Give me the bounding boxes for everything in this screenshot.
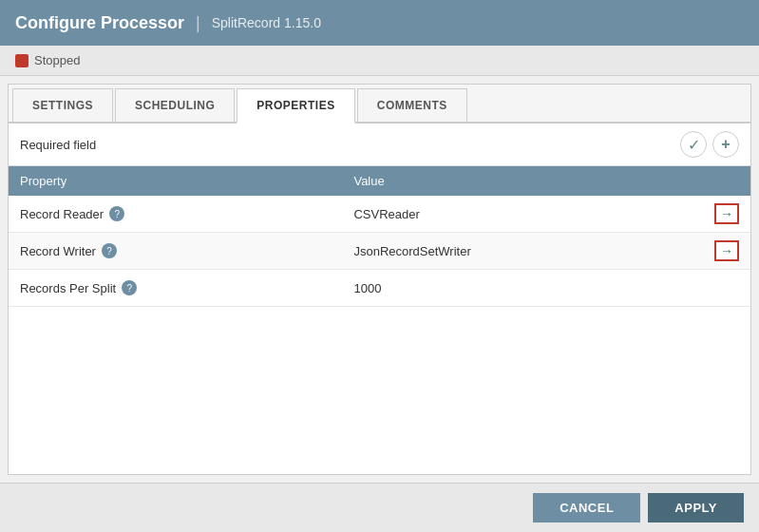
- tab-comments[interactable]: COMMENTS: [357, 88, 467, 122]
- required-field-bar: Required field ✓ +: [9, 124, 750, 166]
- status-bar: Stopped: [0, 46, 759, 76]
- table-header: Property Value: [9, 166, 750, 196]
- value-cell: CSVReader →: [342, 196, 750, 233]
- table-row: Record Writer ? JsonRecordSetWriter →: [9, 233, 750, 270]
- property-value: JsonRecordSetWriter: [353, 244, 470, 258]
- property-cell: Record Writer ?: [9, 233, 342, 270]
- column-property: Property: [9, 166, 342, 196]
- property-value: CSVReader: [353, 207, 419, 221]
- add-property-button[interactable]: +: [712, 131, 739, 158]
- table-row: Records Per Split ? 1000: [9, 270, 750, 307]
- cancel-button[interactable]: CANCEL: [533, 493, 640, 522]
- dialog-header: Configure Processor | SplitRecord 1.15.0: [0, 0, 759, 46]
- navigate-button[interactable]: →: [714, 240, 739, 261]
- table-body: Record Reader ? CSVReader →: [9, 196, 750, 307]
- properties-table: Property Value Record Reader ?: [9, 166, 750, 307]
- property-cell: Records Per Split ?: [9, 270, 342, 307]
- dialog-title: Configure Processor: [15, 13, 184, 33]
- tab-bar: SETTINGS SCHEDULING PROPERTIES COMMENTS: [9, 85, 750, 124]
- tab-scheduling[interactable]: SCHEDULING: [115, 88, 235, 122]
- property-name: Record Reader: [20, 207, 104, 221]
- processor-version: SplitRecord 1.15.0: [212, 15, 321, 30]
- stopped-indicator: [15, 54, 28, 67]
- verify-button[interactable]: ✓: [680, 131, 707, 158]
- property-cell: Record Reader ?: [9, 196, 342, 233]
- required-field-label: Required field: [20, 138, 96, 152]
- help-icon[interactable]: ?: [102, 243, 117, 258]
- tab-settings[interactable]: SETTINGS: [12, 88, 113, 122]
- property-name: Record Writer: [20, 244, 96, 258]
- main-wrapper: SETTINGS SCHEDULING PROPERTIES COMMENTS …: [0, 76, 759, 483]
- property-name: Records Per Split: [20, 281, 116, 295]
- properties-panel: Required field ✓ + Property Value: [9, 124, 750, 474]
- help-icon[interactable]: ?: [122, 280, 137, 295]
- toolbar-icons: ✓ +: [680, 131, 739, 158]
- status-text: Stopped: [34, 53, 80, 67]
- property-value: 1000: [353, 281, 381, 295]
- table-row: Record Reader ? CSVReader →: [9, 196, 750, 233]
- dialog-body: SETTINGS SCHEDULING PROPERTIES COMMENTS …: [8, 84, 751, 475]
- apply-button[interactable]: APPLY: [648, 493, 744, 522]
- column-value: Value: [342, 166, 750, 196]
- navigate-button[interactable]: →: [714, 203, 739, 224]
- help-icon[interactable]: ?: [109, 206, 124, 221]
- tab-properties[interactable]: PROPERTIES: [237, 88, 354, 124]
- dialog-footer: CANCEL APPLY: [0, 483, 759, 532]
- value-cell: 1000: [342, 270, 750, 307]
- header-divider: |: [196, 13, 200, 33]
- empty-placeholder: [714, 277, 739, 298]
- value-cell: JsonRecordSetWriter →: [342, 233, 750, 270]
